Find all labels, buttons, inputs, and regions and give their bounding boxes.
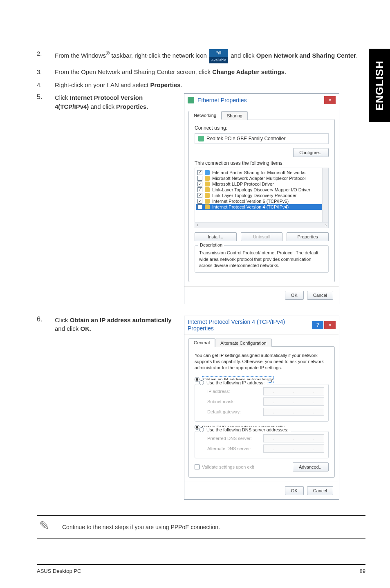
ip-address-field: ... [263, 387, 324, 395]
step-text: Click [55, 316, 70, 323]
step-text: and click [55, 325, 81, 332]
help-icon[interactable]: ? [312, 321, 323, 329]
list-item[interactable]: ✓Link-Layer Topology Discovery Responder [196, 193, 327, 198]
tab-networking[interactable]: Networking [188, 111, 222, 119]
step-bold: Properties [150, 81, 180, 88]
step-number: 3. [37, 67, 55, 76]
checkbox[interactable]: ✓ [197, 170, 202, 175]
step-3: 3. From the Open Network and Sharing Cen… [37, 67, 365, 76]
step-number: 5. [37, 93, 55, 304]
ok-button[interactable]: OK [285, 291, 304, 300]
list-item[interactable]: ✓Internet Protocol Version 6 (TCP/IPv6) [196, 198, 327, 204]
step-2: 2. From the Windows® taskbar, right-clic… [37, 49, 365, 63]
tab-sharing[interactable]: Sharing [222, 111, 248, 120]
step-number: 4. [37, 81, 55, 90]
step-text: and click [231, 52, 256, 59]
alternate-dns-field: ... [263, 444, 324, 453]
install-button[interactable]: Install... [195, 232, 237, 241]
step-5: 5. Click Internet Protocol Version 4(TCP… [37, 93, 172, 304]
radio-use-dns[interactable] [199, 427, 204, 432]
preferred-dns-label: Preferred DNS server: [207, 436, 260, 441]
step-text: and click [89, 103, 116, 110]
step-text: . [146, 103, 148, 110]
item-label: File and Printer Sharing for Microsoft N… [212, 170, 305, 175]
close-icon[interactable]: × [324, 96, 336, 104]
step-4: 4. Right-click on your LAN and select Pr… [37, 81, 365, 90]
footer-left: ASUS Desktop PC [37, 568, 81, 574]
dialog-title: Ethernet Properties [197, 97, 324, 103]
alternate-dns-label: Alternate DNS server: [207, 446, 260, 451]
default-gateway-label: Default gateway: [207, 409, 260, 414]
protocol-icon [205, 187, 210, 192]
ipv4-properties-dialog: Internet Protocol Version 4 (TCP/IPv4) P… [184, 316, 339, 500]
item-label: Internet Protocol Version 6 (TCP/IPv6) [212, 199, 289, 204]
list-item[interactable]: ✓Link-Layer Topology Discovery Mapper I/… [196, 187, 327, 193]
checkbox[interactable] [197, 176, 202, 181]
dialog-title: Internet Protocol Version 4 (TCP/IPv4) P… [188, 319, 312, 332]
adapter-icon [188, 97, 194, 103]
scroll-left-icon[interactable]: ‹ [197, 223, 198, 227]
step-bold: Change Adapter settings [212, 68, 285, 75]
description-group-title: Description [198, 242, 224, 247]
signal-icon: *ıll [209, 49, 228, 57]
pen-icon: ✎ [37, 520, 52, 534]
ipv4-intro-text: You can get IP settings assigned automat… [195, 352, 329, 371]
list-item[interactable]: ✓Internet Protocol Version 4 (TCP/IPv4) [196, 204, 327, 210]
scroll-right-icon[interactable]: › [325, 223, 327, 227]
step-bold: Obtain an IP address automatically [70, 316, 172, 323]
properties-button[interactable]: Properties [287, 232, 329, 241]
step-number: 6. [37, 316, 55, 500]
checkbox[interactable]: ✓ [197, 193, 202, 198]
step-text: taskbar, right-click the network icon [110, 52, 208, 59]
item-label: Link-Layer Topology Discovery Responder [212, 193, 296, 198]
item-label: Microsoft LLDP Protocol Driver [212, 182, 274, 186]
description-text: Transmission Control Protocol/Internet P… [199, 250, 324, 269]
list-item[interactable]: ✓Microsoft LLDP Protocol Driver [196, 181, 327, 187]
adapter-name: Realtek PCIe GBE Family Controller [206, 136, 285, 141]
item-label: Link-Layer Topology Discovery Mapper I/O… [212, 187, 310, 192]
step-text: From the Windows [55, 52, 106, 59]
note-box: ✎ Continue to the next steps if you are … [37, 515, 365, 539]
step-bold: Properties [116, 103, 146, 110]
list-item[interactable]: ✓File and Printer Sharing for Microsoft … [196, 170, 327, 175]
step-bold: OK [81, 325, 90, 332]
configure-button[interactable]: Configure... [293, 148, 329, 157]
tab-general[interactable]: General [188, 338, 215, 347]
adapter-field[interactable]: Realtek PCIe GBE Family Controller [195, 133, 329, 144]
validate-label: Validate settings upon exit [202, 465, 254, 469]
subnet-mask-label: Subnet mask: [207, 399, 260, 404]
list-item[interactable]: Microsoft Network Adapter Multiplexor Pr… [196, 175, 327, 181]
uninstall-button[interactable]: Uninstall [241, 232, 283, 241]
ok-button[interactable]: OK [285, 486, 304, 495]
cancel-button[interactable]: Cancel [307, 486, 333, 495]
horizontal-scrollbar[interactable]: ‹ › [195, 222, 329, 228]
registered-mark: ® [106, 51, 110, 56]
validate-checkbox[interactable] [195, 465, 199, 469]
step-text: Right-click on your LAN and select [55, 81, 150, 88]
note-text: Continue to the next steps if you are us… [62, 524, 220, 530]
subnet-mask-field: ... [263, 397, 324, 406]
ethernet-properties-dialog: Ethernet Properties × Networking Sharing… [184, 93, 339, 304]
connection-items-label: This connection uses the following items… [195, 160, 329, 166]
radio-use-ip[interactable] [199, 380, 204, 385]
advanced-button[interactable]: Advanced... [293, 462, 329, 471]
default-gateway-field: ... [263, 408, 324, 416]
checkbox[interactable]: ✓ [197, 182, 202, 186]
connection-items-list[interactable]: ✓File and Printer Sharing for Microsoft … [195, 168, 329, 222]
step-text: . [356, 52, 358, 59]
step-text: . [181, 81, 182, 88]
tray-label: Available [209, 57, 228, 63]
item-label: Internet Protocol Version 4 (TCP/IPv4) [212, 204, 289, 209]
footer-page-number: 89 [360, 568, 365, 574]
protocol-icon [205, 199, 210, 204]
checkbox[interactable]: ✓ [197, 204, 202, 209]
tab-alternate-configuration[interactable]: Alternate Configuration [215, 339, 272, 347]
step-text: . [90, 325, 91, 332]
cancel-button[interactable]: Cancel [307, 291, 333, 300]
checkbox[interactable]: ✓ [197, 199, 202, 204]
step-text: Click [55, 94, 70, 101]
connect-using-label: Connect using: [195, 125, 329, 131]
checkbox[interactable]: ✓ [197, 187, 202, 192]
close-icon[interactable]: × [324, 321, 336, 329]
protocol-icon [205, 193, 210, 198]
